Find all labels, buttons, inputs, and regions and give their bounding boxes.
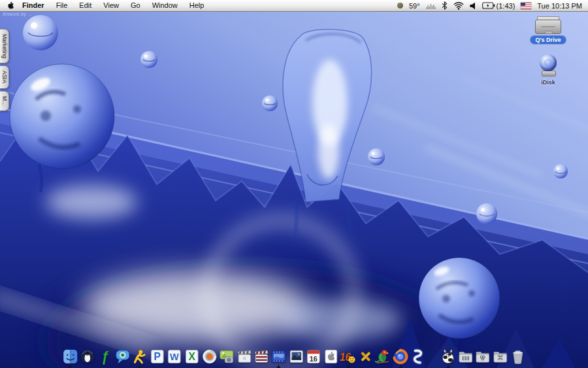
dock-item-powerpoint[interactable]: P	[149, 348, 165, 365]
menu-bar-clock[interactable]: Tue 10:13 PM	[537, 2, 582, 10]
menu-edit[interactable]: Edit	[73, 0, 97, 11]
dock-item-excel[interactable]: X	[184, 348, 200, 365]
dock-item-penguin-orb[interactable]	[80, 348, 96, 365]
dock-item-clapperboard-light[interactable]	[236, 348, 252, 365]
white-curl-icon	[410, 348, 426, 365]
dock-item-word[interactable]: W	[167, 348, 183, 365]
battery-time: (1:43)	[497, 2, 515, 10]
side-tabs: Marketing ASIA M…	[0, 29, 9, 111]
menu-bar: Finder File Edit View Go Window Help 59°	[0, 0, 588, 12]
menu-help[interactable]: Help	[184, 0, 210, 11]
apple-card-icon	[323, 348, 339, 365]
film-frame-icon	[270, 348, 287, 365]
aim-running-man-icon	[131, 348, 148, 365]
excel-icon: X	[184, 348, 200, 365]
battery-icon	[482, 2, 495, 9]
dock-item-firefox-swirl[interactable]	[392, 348, 408, 365]
dock-item-clapperboard-dark[interactable]	[253, 348, 270, 365]
dock-item-sixteen-smiley[interactable]: 16	[340, 348, 357, 365]
dock-item-trash[interactable]	[510, 348, 526, 365]
menu-go[interactable]: Go	[125, 0, 146, 11]
dock-item-cow-creature[interactable]	[440, 348, 457, 365]
dock-item-photo-frame[interactable]	[288, 348, 304, 365]
trash-icon	[510, 348, 526, 365]
cpu-graph-icon[interactable]	[426, 2, 436, 9]
tab-m-truncated[interactable]: M…	[0, 91, 9, 112]
running-indicator	[69, 365, 73, 368]
menu-file[interactable]: File	[50, 0, 74, 11]
battery-status[interactable]: (1:43)	[482, 2, 515, 10]
dock-item-gold-tools[interactable]	[357, 348, 374, 365]
ichat-bubble-icon	[114, 348, 131, 365]
dock: ƒ P	[61, 348, 526, 365]
finder-icon	[62, 348, 78, 365]
sixteen-smiley-icon: 16	[340, 348, 357, 365]
menu-bar-status: 59° (1:43)	[397, 1, 588, 10]
idisk-sphere-icon	[538, 54, 558, 76]
idisk-label: iDisk	[536, 78, 560, 86]
apple-menu[interactable]	[0, 1, 20, 10]
menu-view[interactable]: View	[97, 0, 125, 11]
silver-swirl-icon	[201, 348, 218, 365]
folder-command-icon: ⌘	[492, 348, 508, 365]
dock-item-folder-barcode[interactable]	[457, 348, 474, 365]
svg-text:W: W	[170, 352, 179, 362]
clapperboard-light-icon	[236, 348, 252, 365]
green-script-f-icon: ƒ	[97, 348, 113, 365]
apple-logo-icon	[7, 1, 15, 10]
svg-text:X: X	[189, 351, 196, 362]
tab-marketing[interactable]: Marketing	[0, 29, 9, 63]
volume-icon[interactable]	[470, 2, 476, 10]
wifi-icon[interactable]	[453, 2, 464, 10]
running-indicator	[446, 365, 450, 368]
dock-item-aim[interactable]	[131, 348, 148, 365]
dock-item-ichat[interactable]	[114, 348, 131, 365]
calendar-16-icon: 16	[305, 348, 321, 365]
dock-item-film-frame[interactable]	[270, 348, 287, 365]
menu-finder[interactable]: Finder	[20, 0, 50, 11]
dock-item-folder-creature[interactable]	[475, 348, 491, 365]
dock-item-folder-command[interactable]: ⌘	[492, 348, 508, 365]
word-icon: W	[167, 348, 183, 365]
camera-photo-icon	[218, 348, 235, 365]
desktop-icon-idisk[interactable]: iDisk	[523, 54, 574, 86]
svg-text:16: 16	[310, 355, 318, 363]
qs-drive-label: Q's Drive	[531, 36, 565, 44]
running-indicator	[346, 365, 350, 368]
desktop-icon-qs-drive[interactable]: Q's Drive	[523, 16, 574, 44]
input-language-flag-icon[interactable]	[521, 3, 531, 9]
menu-list: Finder File Edit View Go Window Help	[20, 0, 210, 11]
dock-item-silver-swirl[interactable]	[201, 348, 218, 365]
dock-item-camera-photo[interactable]	[218, 348, 235, 365]
wallpaper-art	[0, 11, 588, 368]
dock-item-ical[interactable]: 16	[305, 348, 321, 365]
clapperboard-dark-icon	[253, 348, 270, 365]
desktop[interactable]: Artwork by ... Marketing ASIA M… Q's Dri…	[0, 11, 588, 368]
gold-crossed-tools-icon	[357, 348, 374, 365]
penguin-orb-icon	[80, 348, 96, 365]
dock-item-finder[interactable]	[62, 348, 78, 365]
firefox-swirl-icon	[392, 348, 408, 365]
dock-item-green-script-f[interactable]: ƒ	[97, 348, 113, 365]
svg-text:P: P	[154, 351, 160, 362]
running-indicator	[138, 365, 142, 368]
weather-status-icon[interactable]	[397, 3, 403, 8]
photo-frame-icon	[288, 348, 304, 365]
powerpoint-icon: P	[149, 348, 165, 365]
bluetooth-icon[interactable]	[442, 1, 448, 10]
dock-item-white-curl[interactable]	[410, 348, 426, 365]
dock-separator-gap	[427, 358, 440, 365]
svg-text:ƒ: ƒ	[101, 348, 109, 365]
dock-item-parrot[interactable]	[375, 348, 391, 365]
menu-window[interactable]: Window	[146, 0, 184, 11]
weather-temperature[interactable]: 59°	[409, 2, 420, 10]
hard-drive-icon	[535, 16, 561, 34]
folder-barcode-icon	[457, 348, 474, 365]
folder-creature-glyph-icon	[475, 348, 491, 365]
svg-text:⌘: ⌘	[497, 354, 504, 361]
desktop-icon-column: Q's Drive iDisk	[523, 16, 574, 86]
tab-asia[interactable]: ASIA	[0, 65, 9, 88]
running-indicator	[399, 365, 402, 368]
parrot-icon	[375, 348, 391, 365]
dock-item-apple-card[interactable]	[323, 348, 339, 365]
